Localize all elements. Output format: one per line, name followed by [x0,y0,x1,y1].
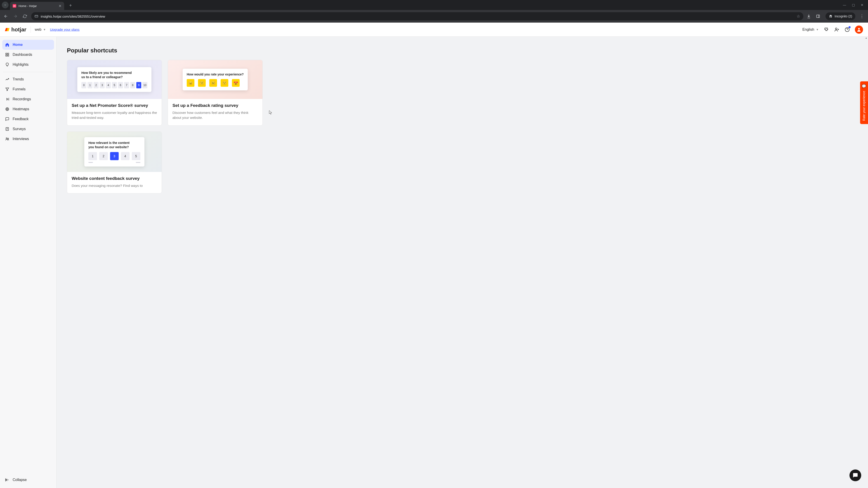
scale-option: 1 [88,152,97,160]
address-bar[interactable]: ☆ [31,12,803,20]
nps-option: 6 [118,82,123,88]
five-scale: 12345 [88,152,141,160]
chat-icon: 💬 [862,84,866,89]
hotjar-logo[interactable]: hotjar [5,26,26,33]
trends-icon [5,77,9,82]
preview-question: How would you rate your experience? [187,72,244,76]
svg-point-14 [8,138,9,139]
user-avatar[interactable] [855,26,863,34]
emoji-option: 😠 [187,79,194,87]
browser-tabstrip: Home - Hotjar ✕ + — ▢ ✕ [0,0,868,10]
heatmaps-icon [5,107,9,111]
dashboards-icon [5,53,9,57]
card-preview: How relevant is the content you found on… [67,132,162,172]
scroll-up-icon[interactable]: ▲ [864,37,868,39]
emoji-option: 🙁 [198,79,206,87]
sidebar-item-recordings[interactable]: Recordings [2,94,54,104]
card-desc: Measure long-term customer loyalty and h… [72,110,157,121]
sidebar-item-label: Heatmaps [13,107,29,111]
sidebar-item-label: Home [13,43,23,47]
surveys-icon [5,127,9,131]
sidebar-item-feedback[interactable]: Feedback [2,114,54,124]
card-desc: Does your messaging resonate? Find ways … [72,183,157,188]
sidebar-item-label: Dashboards [13,53,32,57]
invite-user-icon[interactable] [834,27,839,32]
bookmark-icon[interactable]: ☆ [797,14,800,19]
sidebar-item-interviews[interactable]: Interviews [2,134,54,144]
sidebar-item-surveys[interactable]: Surveys [2,124,54,134]
sidebar-item-trends[interactable]: Trends [2,74,54,84]
emoji-option: 😐 [209,79,217,87]
browser-tab[interactable]: Home - Hotjar ✕ [10,2,64,10]
card-title: Set up a Net Promoter Score® survey [72,103,157,108]
sidebar-item-dashboards[interactable]: Dashboards [2,50,54,60]
svg-point-11 [7,109,7,109]
minimize-icon[interactable]: — [843,3,846,7]
nps-option: 1 [88,82,92,88]
close-tab-icon[interactable]: ✕ [59,4,61,8]
svg-point-2 [835,28,837,29]
upgrade-link[interactable]: Upgrade your plans [50,28,80,31]
collapse-sidebar[interactable]: Collapse [2,475,54,485]
funnels-icon [5,87,9,92]
downloads-icon[interactable] [807,14,813,19]
site-selector[interactable]: web ▼ [35,28,46,32]
sidebar-item-funnels[interactable]: Funnels [2,84,54,94]
svg-rect-6 [8,53,9,54]
card-preview: How would you rate your experience? 😠🙁😐🙂… [168,60,262,99]
sidebar-item-heatmaps[interactable]: Heatmaps [2,104,54,114]
forward-button[interactable] [12,13,19,20]
integrations-icon[interactable] [824,27,829,32]
close-window-icon[interactable]: ✕ [861,3,864,7]
search-tabs-button[interactable] [2,2,8,8]
incognito-chip[interactable]: Incognito (2) [826,12,855,20]
interviews-icon [5,137,9,141]
divider [3,72,53,72]
site-info-icon[interactable] [34,14,38,18]
nps-option: 9 [136,82,141,88]
nps-option: 10 [143,82,147,88]
nps-option: 8 [130,82,135,88]
nps-option: 3 [100,82,105,88]
url-input[interactable] [41,14,794,18]
nps-option: 4 [106,82,111,88]
new-tab-button[interactable]: + [67,3,74,8]
sidebar-item-label: Highlights [13,63,29,67]
shortcut-card-content-feedback[interactable]: How relevant is the content you found on… [67,131,162,193]
sidepanel-icon[interactable] [816,14,822,18]
collapse-label: Collapse [13,478,27,482]
hotjar-favicon [13,4,16,8]
svg-rect-1 [816,15,819,18]
tab-title: Home - Hotjar [19,4,37,8]
sidebar-item-label: Feedback [13,117,29,121]
scale-option: 3 [110,152,119,160]
sidebar: Home Dashboards Highlights Trends F [0,37,57,488]
rate-experience-tab[interactable]: Rate your experience 💬 [860,81,868,124]
emoji-option: 🙂 [221,79,228,87]
svg-rect-7 [6,55,7,56]
chat-widget[interactable] [849,469,861,481]
nps-scale: 012345678910 [81,82,147,88]
back-button[interactable] [3,13,9,20]
emoji-scale: 😠🙁😐🙂😍 [187,79,244,87]
sidebar-item-home[interactable]: Home [2,40,54,50]
svg-rect-8 [8,55,9,56]
sidebar-item-highlights[interactable]: Highlights [2,60,54,70]
chevron-down-icon: ▼ [43,28,46,31]
language-selector[interactable]: English ▼ [802,28,819,32]
maximize-icon[interactable]: ▢ [852,3,855,7]
page-heading: Popular shortcuts [67,47,858,54]
card-title: Set up a Feedback rating survey [173,103,258,108]
emoji-option: 😍 [232,79,240,87]
app-header: hotjar web ▼ Upgrade your plans English … [0,23,868,37]
shortcut-card-feedback-rating[interactable]: How would you rate your experience? 😠🙁😐🙂… [168,60,263,126]
browser-menu-icon[interactable]: ⋮ [859,14,865,19]
main-content: Popular shortcuts How likely are you to … [57,37,868,488]
shortcut-card-nps[interactable]: How likely are you to recommend us to a … [67,60,162,126]
home-icon [5,42,9,47]
nps-option: 7 [124,82,129,88]
feedback-icon [5,117,9,121]
reload-button[interactable] [22,13,28,20]
card-title: Website content feedback survey [72,176,157,181]
help-icon[interactable] [844,27,850,32]
